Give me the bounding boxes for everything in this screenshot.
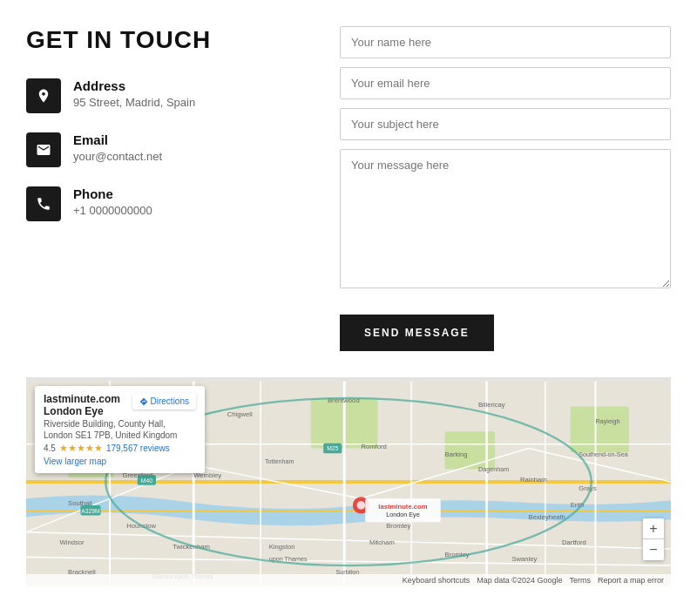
directions-button[interactable]: Directions — [132, 393, 196, 410]
location-icon — [36, 88, 51, 104]
svg-text:Dartford: Dartford — [562, 538, 586, 546]
send-button-wrapper: SEND MESSAGE — [26, 315, 671, 351]
subject-input[interactable] — [340, 108, 671, 140]
map-footer: Keyboard shortcuts Map data ©2024 Google… — [26, 574, 671, 586]
send-button[interactable]: SEND MESSAGE — [340, 315, 494, 351]
email-icon — [36, 142, 51, 158]
place-address-2: London SE1 7PB, United Kingdom — [44, 430, 196, 440]
svg-text:lastminute.com: lastminute.com — [378, 503, 427, 511]
svg-text:Bexleyheath: Bexleyheath — [529, 513, 565, 521]
svg-text:Rayleigh: Rayleigh — [596, 417, 620, 425]
map-data-label: Map data ©2024 Google — [477, 576, 562, 585]
svg-text:Tottenham: Tottenham — [265, 457, 294, 465]
zoom-controls: + − — [643, 518, 664, 560]
zoom-in-button[interactable]: + — [643, 518, 664, 539]
left-panel: GET IN TOUCH Address 95 Street, Madrid, … — [26, 26, 305, 288]
star-rating: ★★★★★ — [59, 443, 103, 454]
svg-text:Dagenham: Dagenham — [478, 465, 509, 473]
contact-form — [340, 26, 671, 288]
address-item: Address 95 Street, Madrid, Spain — [26, 78, 305, 113]
email-text: Email your@contact.net — [73, 132, 162, 163]
zoom-out-button[interactable]: − — [643, 539, 664, 560]
directions-label: Directions — [151, 396, 189, 406]
phone-icon — [36, 196, 51, 212]
rating-number: 4.5 — [44, 443, 56, 453]
phone-item: Phone +1 0000000000 — [26, 186, 305, 221]
email-label: Email — [73, 132, 162, 147]
email-input[interactable] — [340, 67, 671, 99]
view-larger-map-link[interactable]: View larger map — [44, 457, 196, 466]
email-icon-box — [26, 132, 61, 167]
email-value: your@contact.net — [73, 150, 162, 163]
svg-text:Mitcham: Mitcham — [369, 538, 395, 546]
address-label: Address — [73, 78, 195, 93]
svg-point-62 — [357, 501, 366, 510]
message-textarea[interactable] — [340, 149, 671, 288]
svg-text:Barking: Barking — [445, 450, 468, 458]
report-map-link[interactable]: Report a map error — [598, 576, 664, 585]
svg-text:Swanley: Swanley — [511, 555, 537, 563]
svg-text:Kingston: Kingston — [269, 543, 295, 551]
svg-text:Bromley: Bromley — [386, 522, 410, 530]
svg-rect-4 — [571, 407, 629, 453]
map-container: Harrow Edgware Chigwell Brentwood Biller… — [26, 377, 671, 586]
rating-row: 4.5 ★★★★★ 179,567 reviews — [44, 443, 196, 454]
map-info-box: lastminute.com London Eye Directions Riv… — [35, 386, 205, 473]
place-name: lastminute.com London Eye — [44, 393, 129, 417]
svg-text:Windsor: Windsor — [59, 538, 85, 546]
svg-text:Chigwell: Chigwell — [227, 410, 253, 418]
svg-text:London Eye: London Eye — [386, 511, 419, 518]
address-value: 95 Street, Madrid, Spain — [73, 96, 195, 109]
place-address-1: Riverside Building, County Hall, — [44, 419, 196, 429]
address-icon-box — [26, 78, 61, 113]
phone-icon-box — [26, 186, 61, 221]
phone-value: +1 0000000000 — [73, 204, 152, 217]
svg-text:M40: M40 — [141, 477, 152, 484]
keyboard-shortcuts-link[interactable]: Keyboard shortcuts — [403, 576, 470, 585]
svg-text:M25: M25 — [327, 445, 338, 451]
svg-text:A329M: A329M — [81, 508, 100, 514]
svg-text:Rainham: Rainham — [520, 476, 547, 484]
svg-text:Billericay: Billericay — [478, 401, 505, 409]
svg-text:Romford: Romford — [361, 443, 386, 450]
svg-text:Southend-on-Sea: Southend-on-Sea — [579, 450, 627, 458]
svg-text:Grays: Grays — [579, 484, 597, 492]
terms-link[interactable]: Terms — [569, 576, 591, 585]
phone-label: Phone — [73, 186, 152, 201]
address-text: Address 95 Street, Madrid, Spain — [73, 78, 195, 109]
name-input[interactable] — [340, 26, 671, 58]
email-item: Email your@contact.net — [26, 132, 305, 167]
page-title: GET IN TOUCH — [26, 26, 305, 54]
directions-icon — [139, 397, 148, 406]
phone-text: Phone +1 0000000000 — [73, 186, 152, 217]
reviews-link[interactable]: 179,567 reviews — [106, 443, 170, 453]
